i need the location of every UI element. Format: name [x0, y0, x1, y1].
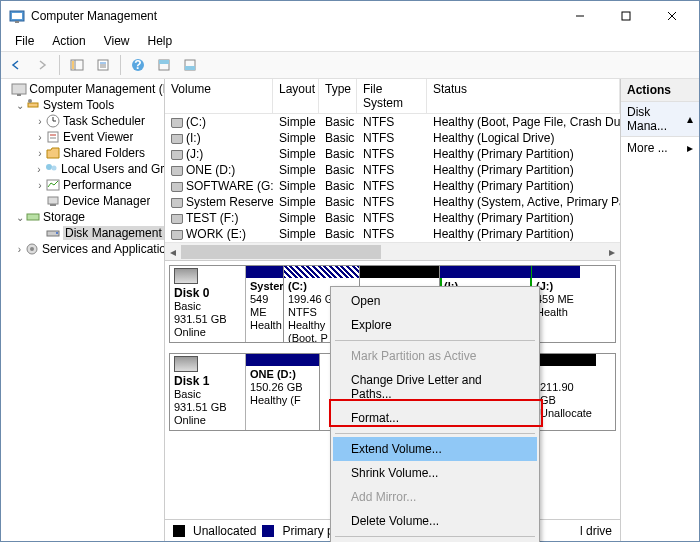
scroll-right-icon[interactable]: ▸	[604, 244, 620, 260]
svg-point-23	[28, 99, 32, 103]
close-button[interactable]	[649, 1, 695, 31]
tree-root[interactable]: Computer Management (Local	[1, 81, 164, 97]
context-menu[interactable]: Open Explore Mark Partition as Active Ch…	[330, 286, 540, 542]
tree-shared-folders[interactable]: ›Shared Folders	[1, 145, 164, 161]
svg-rect-4	[622, 12, 630, 20]
menu-help[interactable]: Help	[140, 32, 181, 50]
chevron-right-icon: ▸	[687, 141, 693, 155]
svg-rect-33	[48, 197, 58, 204]
help-button[interactable]: ?	[127, 54, 149, 76]
volume-list[interactable]: Volume Layout Type File System Status (C…	[165, 79, 620, 261]
tree-disk-management[interactable]: Disk Management	[1, 225, 164, 241]
disk-info[interactable]: Disk 1Basic931.51 GBOnline	[170, 354, 246, 430]
svg-rect-20	[12, 84, 26, 94]
volume-row[interactable]: System ReservedSimpleBasicNTFSHealthy (S…	[165, 194, 620, 210]
horizontal-scrollbar[interactable]: ◂ ▸	[165, 242, 620, 260]
svg-point-31	[51, 166, 56, 171]
scroll-thumb[interactable]	[181, 245, 381, 259]
svg-rect-1	[12, 13, 22, 19]
svg-rect-21	[17, 94, 21, 96]
svg-point-39	[30, 247, 34, 251]
svg-point-37	[56, 232, 58, 234]
disk-info[interactable]: Disk 0Basic931.51 GBOnline	[170, 266, 246, 342]
volume-row[interactable]: ONE (D:)SimpleBasicNTFSHealthy (Primary …	[165, 162, 620, 178]
menu-action[interactable]: Action	[44, 32, 93, 50]
ctx-extend-volume[interactable]: Extend Volume...	[333, 437, 537, 461]
tree-system-tools[interactable]: ⌄System Tools	[1, 97, 164, 113]
actions-panel: Actions Disk Mana...▴ More ...▸	[621, 79, 699, 541]
ctx-change-letter[interactable]: Change Drive Letter and Paths...	[333, 368, 537, 406]
actions-header: Actions	[621, 79, 699, 102]
app-icon	[9, 8, 25, 24]
tree-local-users[interactable]: ›Local Users and Groups	[1, 161, 164, 177]
ctx-add-mirror: Add Mirror...	[333, 485, 537, 509]
volume-header[interactable]: Volume Layout Type File System Status	[165, 79, 620, 114]
tree-storage[interactable]: ⌄Storage	[1, 209, 164, 225]
volume-row[interactable]: (I:)SimpleBasicNTFSHealthy (Logical Driv…	[165, 130, 620, 146]
volume-row[interactable]: SOFTWARE (G:)SimpleBasicNTFSHealthy (Pri…	[165, 178, 620, 194]
svg-rect-34	[50, 204, 56, 206]
col-status[interactable]: Status	[427, 79, 620, 113]
svg-rect-22	[28, 103, 38, 107]
tree-device-manager[interactable]: Device Manager	[1, 193, 164, 209]
scroll-left-icon[interactable]: ◂	[165, 244, 181, 260]
menubar: File Action View Help	[1, 31, 699, 51]
svg-rect-2	[15, 21, 19, 23]
partition[interactable]: ONE (D:)150.26 GBHealthy (F	[246, 354, 320, 430]
tree-performance[interactable]: ›Performance	[1, 177, 164, 193]
legend-logical: l drive	[580, 524, 612, 538]
nav-tree[interactable]: Computer Management (Local ⌄System Tools…	[1, 79, 165, 541]
menu-view[interactable]: View	[96, 32, 138, 50]
back-button[interactable]	[5, 54, 27, 76]
legend-unallocated: Unallocated	[193, 524, 256, 538]
svg-rect-19	[185, 66, 195, 70]
volume-row[interactable]: WORK (E:)SimpleBasicNTFSHealthy (Primary…	[165, 226, 620, 242]
svg-text:?: ?	[134, 58, 141, 72]
volume-row[interactable]: (J:)SimpleBasicNTFSHealthy (Primary Part…	[165, 146, 620, 162]
forward-button[interactable]	[31, 54, 53, 76]
svg-rect-35	[27, 214, 39, 220]
collapse-up-icon[interactable]: ▴	[687, 112, 693, 126]
minimize-button[interactable]	[557, 1, 603, 31]
ctx-mark-active: Mark Partition as Active	[333, 344, 537, 368]
disk-icon	[174, 268, 198, 284]
volume-row[interactable]: (C:)SimpleBasicNTFSHealthy (Boot, Page F…	[165, 114, 620, 130]
svg-rect-9	[72, 61, 74, 69]
ctx-explore[interactable]: Explore	[333, 313, 537, 337]
col-volume[interactable]: Volume	[165, 79, 273, 113]
show-hide-tree-button[interactable]	[66, 54, 88, 76]
col-type[interactable]: Type	[319, 79, 357, 113]
tree-task-scheduler[interactable]: ›Task Scheduler	[1, 113, 164, 129]
tree-services-apps[interactable]: ›Services and Applications	[1, 241, 164, 257]
svg-rect-27	[48, 132, 58, 142]
ctx-delete-volume[interactable]: Delete Volume...	[333, 509, 537, 533]
ctx-format[interactable]: Format...	[333, 406, 537, 430]
tree-event-viewer[interactable]: ›Event Viewer	[1, 129, 164, 145]
toolbar: ?	[1, 51, 699, 79]
properties-button[interactable]	[92, 54, 114, 76]
window-title: Computer Management	[31, 9, 557, 23]
col-fs[interactable]: File System	[357, 79, 427, 113]
ctx-open[interactable]: Open	[333, 289, 537, 313]
menu-file[interactable]: File	[7, 32, 42, 50]
svg-point-30	[46, 164, 52, 170]
partition[interactable]: 211.90 GBUnallocate	[536, 354, 596, 430]
partition[interactable]: Syster549 MEHealth	[246, 266, 284, 342]
maximize-button[interactable]	[603, 1, 649, 31]
col-layout[interactable]: Layout	[273, 79, 319, 113]
volume-row[interactable]: TEST (F:)SimpleBasicNTFSHealthy (Primary…	[165, 210, 620, 226]
view-bottom-button[interactable]	[179, 54, 201, 76]
svg-rect-17	[159, 60, 169, 64]
disk-icon	[174, 356, 198, 372]
actions-more[interactable]: More ...▸	[621, 137, 699, 159]
view-top-button[interactable]	[153, 54, 175, 76]
ctx-shrink-volume[interactable]: Shrink Volume...	[333, 461, 537, 485]
titlebar[interactable]: Computer Management	[1, 1, 699, 31]
actions-sub[interactable]: Disk Mana...▴	[621, 102, 699, 137]
